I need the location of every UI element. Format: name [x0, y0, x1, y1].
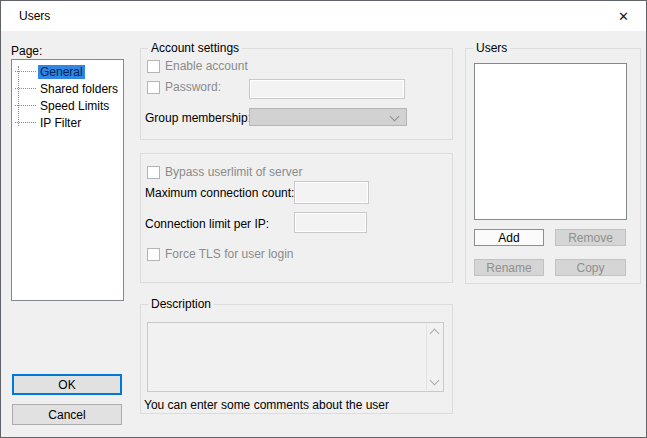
enable-account-label: Enable account [165, 59, 248, 73]
cancel-button[interactable]: Cancel [12, 404, 122, 425]
max-connection-label: Maximum connection count: [145, 186, 294, 200]
limits-group: Bypass userlimit of server Maximum conne… [140, 153, 453, 283]
titlebar: Users ✕ [1, 1, 646, 31]
chevron-down-icon [390, 112, 400, 122]
conn-per-ip-label: Connection limit per IP: [145, 217, 269, 231]
add-user-button[interactable]: Add [474, 229, 544, 246]
tree-branch-icon [15, 105, 36, 106]
bypass-userlimit-checkbox[interactable] [147, 166, 160, 179]
tree-branch-icon [15, 88, 36, 89]
password-checkbox[interactable] [147, 81, 160, 94]
remove-user-button[interactable]: Remove [555, 229, 626, 246]
users-title: Users [473, 41, 510, 55]
description-group: Description You can enter some comments … [140, 304, 453, 414]
page-tree: General Shared folders Speed Limits IP F… [11, 59, 124, 301]
users-group: Users Add Remove Rename Copy [465, 48, 641, 284]
description-textarea[interactable] [147, 322, 444, 392]
force-tls-label: Force TLS for user login [165, 247, 294, 261]
tree-item-general[interactable]: General [12, 63, 123, 80]
description-title: Description [148, 297, 214, 311]
tree-branch-icon [15, 71, 36, 72]
tree-item-shared-folders[interactable]: Shared folders [12, 80, 123, 97]
tree-branch-icon [15, 122, 36, 123]
group-membership-dropdown[interactable] [249, 108, 407, 126]
scroll-down-icon[interactable] [430, 376, 440, 386]
bypass-userlimit-row: Bypass userlimit of server [147, 165, 302, 179]
password-label: Password: [165, 80, 221, 94]
group-membership-label: Group membership: [145, 111, 251, 125]
force-tls-row: Force TLS for user login [147, 247, 294, 261]
password-row: Password: [147, 80, 221, 94]
tree-item-ip-filter[interactable]: IP Filter [12, 114, 123, 131]
password-field[interactable] [249, 79, 405, 99]
scroll-up-icon[interactable] [430, 329, 440, 339]
ok-button[interactable]: OK [12, 374, 122, 395]
account-settings-title: Account settings [148, 41, 242, 55]
conn-per-ip-field[interactable] [294, 212, 367, 233]
users-dialog: Users ✕ Page: General Shared folders Spe… [0, 0, 647, 438]
enable-account-row: Enable account [147, 59, 248, 73]
copy-user-button[interactable]: Copy [555, 259, 626, 276]
max-connection-field[interactable] [294, 181, 369, 204]
window-title: Users [19, 9, 50, 23]
force-tls-checkbox[interactable] [147, 248, 160, 261]
users-listbox[interactable] [474, 63, 627, 220]
enable-account-checkbox[interactable] [147, 60, 160, 73]
description-hint: You can enter some comments about the us… [144, 398, 389, 412]
description-scrollbar[interactable] [426, 324, 442, 390]
account-settings-group: Account settings Enable account Password… [140, 48, 453, 140]
close-icon[interactable]: ✕ [601, 1, 646, 31]
bypass-userlimit-label: Bypass userlimit of server [165, 165, 302, 179]
page-label: Page: [11, 44, 42, 58]
rename-user-button[interactable]: Rename [474, 259, 544, 276]
tree-item-speed-limits[interactable]: Speed Limits [12, 97, 123, 114]
